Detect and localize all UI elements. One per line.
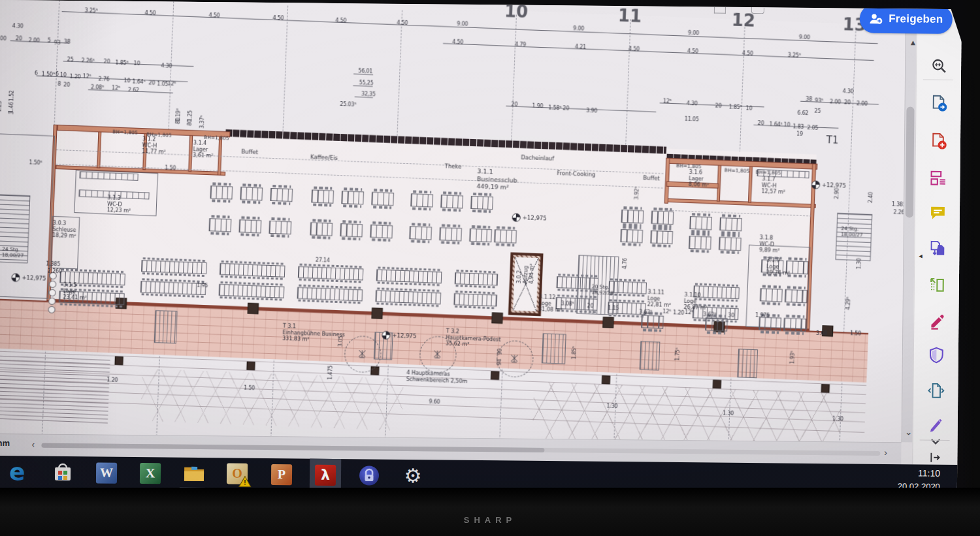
taskbar-item-outlook[interactable]: O! bbox=[222, 458, 253, 490]
taskbar-item-password-lock[interactable] bbox=[353, 459, 385, 491]
tool-compress-pdf[interactable] bbox=[923, 379, 949, 405]
tool-create-pdf[interactable] bbox=[925, 129, 951, 155]
level-mark: +12,975 bbox=[11, 273, 46, 283]
dim-label: 2.62 bbox=[128, 87, 139, 93]
dim-label: 20 bbox=[16, 36, 22, 41]
scan-ocr-icon bbox=[928, 276, 946, 296]
dim-label: 1.90 bbox=[532, 104, 543, 110]
dim-label: 1.93⁵ bbox=[790, 351, 796, 364]
tool-scan-ocr[interactable] bbox=[924, 273, 950, 299]
banquet-row bbox=[453, 293, 497, 307]
table-group bbox=[238, 219, 261, 233]
scroll-down-icon[interactable]: ⌄ bbox=[905, 428, 913, 435]
dim-label: 20 bbox=[511, 102, 517, 107]
dim-label: 3.62⁵ bbox=[639, 309, 652, 315]
share-person-icon bbox=[869, 12, 883, 25]
dim-label: 9.60 bbox=[429, 400, 440, 405]
dim-label: 12⁵ bbox=[112, 86, 120, 91]
dim-label: 80 bbox=[176, 118, 181, 124]
horizontal-scrollbar[interactable] bbox=[41, 443, 880, 456]
dim-label: 1.83 bbox=[792, 124, 804, 130]
tool-zoom-marquee[interactable] bbox=[926, 55, 952, 81]
room-label: 3.1.9 Loge 29,74 m² bbox=[766, 257, 791, 277]
scroll-left-icon[interactable]: ‹ bbox=[31, 440, 35, 448]
tools-panel: ◂ bbox=[912, 8, 962, 465]
tool-export-pdf[interactable] bbox=[926, 91, 952, 118]
tool-combine-files[interactable] bbox=[924, 236, 951, 262]
dim-label: 20 bbox=[587, 304, 593, 309]
terrace-label: T 3.2 Hauptkamera-Podest 35,62 m² bbox=[446, 328, 501, 349]
dim-label: 2.00 bbox=[857, 101, 868, 107]
dim-label: 1.30 bbox=[723, 411, 734, 417]
table-group bbox=[621, 210, 644, 223]
taskbar-item-excel[interactable]: X bbox=[135, 457, 166, 489]
room-label: 3.1.7 WC-H 12,57 m² bbox=[761, 176, 786, 195]
room-label: 3.1.8 WC-D 9,89 m² bbox=[759, 234, 780, 254]
table-group bbox=[410, 193, 433, 207]
level-circle-icon bbox=[11, 273, 20, 282]
screen: 3.25⁵4.504.504.504.504.509.009.009.009.0… bbox=[0, 0, 962, 497]
dim-label: 10 bbox=[60, 72, 67, 78]
toolbar-fragment-icon bbox=[714, 7, 726, 13]
stair-label: 24 Stg. 18,00/27 bbox=[841, 226, 863, 238]
taskbar-item-acrobat[interactable]: λ bbox=[310, 459, 341, 491]
room-label: 3.1.2 WC-H 11,77 m² bbox=[142, 136, 167, 155]
dim-label: 4.30 bbox=[12, 24, 23, 29]
powerpoint-icon: P bbox=[271, 464, 292, 485]
pdf-canvas[interactable]: 3.25⁵4.504.504.504.504.509.009.009.009.0… bbox=[0, 0, 906, 442]
dim-label: 55,25 bbox=[359, 80, 373, 86]
table-group bbox=[270, 188, 293, 202]
dim-label: 3.62⁵ bbox=[703, 312, 716, 318]
dim-label: 94 bbox=[497, 359, 502, 366]
taskbar-item-store[interactable] bbox=[47, 456, 78, 488]
dim-label: 2.26⁵ bbox=[81, 58, 94, 64]
share-button-label: Freigeben bbox=[889, 12, 943, 26]
dim-label: 11.05 bbox=[685, 117, 699, 123]
banquet-row bbox=[608, 281, 647, 294]
room-label: 3.0.2 Aufzug 4,94 m² bbox=[516, 263, 536, 284]
ground-stairs bbox=[0, 355, 110, 425]
dim-label: 2.08⁵ bbox=[91, 85, 104, 91]
table-group bbox=[620, 229, 643, 243]
dim-label: 27.14 bbox=[316, 258, 330, 264]
dim-label: 20 bbox=[63, 82, 70, 87]
level-circle-icon bbox=[512, 213, 521, 222]
horizontal-scroll-thumb[interactable] bbox=[41, 443, 544, 452]
structural-column bbox=[491, 371, 498, 379]
lintel-height-label: BH=1,805 bbox=[725, 168, 750, 174]
dim-label: 3 bbox=[9, 111, 14, 114]
dim-label: 25 bbox=[814, 108, 821, 114]
dim-label: 1.05 bbox=[157, 82, 168, 87]
table-group bbox=[783, 318, 806, 332]
taskbar-item-word[interactable]: W bbox=[91, 456, 122, 488]
collapse-pane-button[interactable] bbox=[927, 450, 943, 466]
tool-comment[interactable] bbox=[924, 201, 951, 227]
dim-label: 4.30 bbox=[843, 89, 854, 95]
panel-collapse-arrow-icon[interactable]: ◂ bbox=[919, 252, 923, 260]
tool-protect[interactable] bbox=[923, 343, 949, 370]
taskbar-item-edge[interactable]: e bbox=[3, 456, 35, 488]
dim-label: 1.95 bbox=[197, 283, 208, 289]
dim-label: 1.30 bbox=[606, 403, 617, 409]
acrobat-tile: λ bbox=[315, 464, 336, 485]
dim-label: 20 bbox=[757, 121, 764, 126]
taskbar-item-explorer[interactable] bbox=[178, 458, 210, 490]
dim-label: 4.50 bbox=[144, 10, 155, 16]
dim-label: 9.00 bbox=[799, 35, 810, 40]
dim-label: 1.20 bbox=[106, 377, 118, 383]
tool-edit-pdf[interactable] bbox=[924, 309, 950, 336]
scroll-right-icon[interactable]: › bbox=[884, 449, 887, 456]
combine-files-icon bbox=[928, 239, 946, 259]
taskbar-item-settings[interactable]: ⚙ bbox=[397, 460, 429, 492]
banquet-row bbox=[455, 272, 498, 286]
warning-icon: ! bbox=[238, 475, 252, 487]
taskbar-item-powerpoint[interactable]: P bbox=[266, 458, 297, 490]
tool-organize-pages[interactable] bbox=[925, 166, 951, 192]
explorer-icon bbox=[183, 464, 205, 483]
banquet-row bbox=[376, 269, 442, 283]
table-group bbox=[494, 229, 517, 243]
room-label: 3.1.11 Loge 22,81 m² bbox=[647, 289, 672, 309]
vertical-scroll-thumb[interactable] bbox=[906, 106, 915, 217]
share-button[interactable]: Freigeben bbox=[860, 5, 953, 34]
dim-label: 4.79 bbox=[515, 42, 526, 48]
